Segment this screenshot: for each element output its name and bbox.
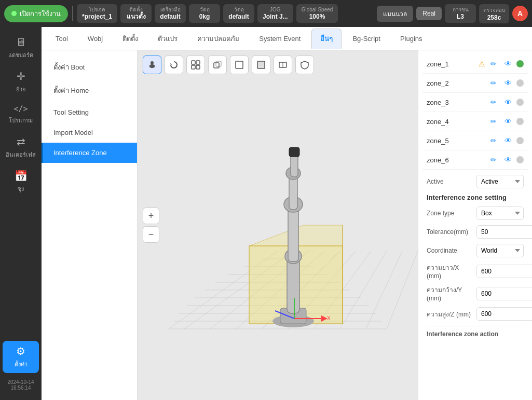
pose-value: default [228,13,249,21]
avatar[interactable]: A [512,6,528,21]
inner: ตั้งค่า Boot ตั้งค่า Home Tool Setting I… [42,50,532,400]
zoom-in-btn[interactable]: + [143,208,159,224]
svg-rect-45 [291,155,298,177]
zone-toggle-6[interactable] [516,156,524,163]
zone-toggle-5[interactable] [516,137,524,144]
tool-robot-view[interactable] [143,56,161,74]
zoom-controls: + − [143,208,159,243]
project-segment: โปรเจค *project_1 [77,4,117,23]
sidebar-item-settings[interactable]: ⚙ ตั้งค่า [3,341,39,373]
zone-view-btn-2[interactable]: 👁 [502,77,514,89]
tab-plugins[interactable]: Plugins [391,30,431,47]
svg-rect-39 [287,256,299,313]
open-btn[interactable]: เปิดการใช้งาน [4,5,68,22]
svg-rect-4 [192,61,195,64]
menu-home[interactable]: ตั้งค่า Home [42,79,137,102]
active-label: Active [427,178,473,185]
zone-view-btn-3[interactable]: 👁 [502,96,514,108]
svg-rect-9 [216,61,221,66]
z-input[interactable] [476,307,532,321]
tool-segment: เครื่องมือ default [155,4,186,23]
tab-wobj[interactable]: Wobj [79,30,112,47]
zone-view-btn-5[interactable]: 👁 [502,134,514,147]
svg-rect-2 [149,65,151,67]
sidebar-item-log[interactable]: 📅 ซุง [3,165,39,198]
tool-grid[interactable] [186,56,205,74]
tool-front-view[interactable] [230,56,249,74]
x-row: ความยาว/X (mm) [427,263,524,280]
active-row: Active Active Inactive [427,175,524,188]
zone-edit-btn-2[interactable]: ✏ [487,77,500,89]
svg-rect-46 [289,147,299,157]
menu-boot[interactable]: ตั้งค่า Boot [42,56,137,79]
menu-import-model[interactable]: Import Model [42,122,137,143]
weight-label: วัตถุ [200,6,210,13]
zone-row-2: zone_2 ✏ 👁 [422,74,528,93]
zone-edit-btn-5[interactable]: ✏ [487,134,500,147]
tab-bg-script[interactable]: Bg-Script [344,30,389,47]
z-label: ความสูง/Z (mm) [427,309,473,319]
zone-name-1: zone_1 [427,60,476,68]
speed-segment: Global Speed 100% [296,4,338,23]
zone-edit-btn-4[interactable]: ✏ [487,115,500,128]
tab-system-event[interactable]: System Event [250,30,309,47]
camera-label: การชน [453,6,469,13]
sidebar-item-move[interactable]: ✛ ย้าย [3,66,39,98]
sidebar-label-settings: ตั้งค่า [15,360,28,369]
sidebar-item-dashboard[interactable]: 🖥 แดชบอร์ด [3,32,39,64]
pose-label: วัตถุ [234,6,244,13]
sidebar-label-interface: อินเดอร์เฟส [6,150,36,159]
tab-variable[interactable]: ตัวแปร [149,29,186,49]
coordinate-select[interactable]: World Base Tool [476,244,524,257]
move-icon: ✛ [17,70,25,82]
jog-label: JOG [270,6,281,13]
zone-edit-btn-3[interactable]: ✏ [487,96,500,108]
zone-type-row: Zone type Box Sphere Cylinder [427,206,524,220]
zone-type-select[interactable]: Box Sphere Cylinder [476,206,524,220]
tool-shield[interactable] [295,56,314,74]
tolerance-input[interactable] [476,225,532,239]
tool-side-view[interactable] [252,56,270,74]
zone-view-btn-1[interactable]: 👁 [502,58,514,70]
sidebar-item-program[interactable]: </> โปรแกรม [3,100,39,129]
zone-toggle-4[interactable] [516,118,524,125]
weight-value: 0kg [199,13,210,21]
active-select[interactable]: Active Inactive [476,175,524,188]
zone-row-4: zone_4 ✏ 👁 [422,112,528,131]
tab-other[interactable]: อื่นๆ [311,29,342,49]
manual-btn[interactable]: แมนนวล [377,6,413,22]
real-btn[interactable]: Real [416,7,442,20]
zone-view-btn-4[interactable]: 👁 [502,115,514,128]
tabbar: Tool Wobj ติดตั้ง ตัวแปร ความปลอดภัย Sys… [42,27,532,50]
sidebar-item-interface[interactable]: ⇄ อินเดอร์เฟส [3,131,39,163]
tool-box-view[interactable] [208,56,227,74]
tool-top-view[interactable] [274,56,292,74]
zone-row-6: zone_6 ✏ 👁 [422,150,528,170]
tab-safety[interactable]: ความปลอดภัย [188,29,248,49]
y-input[interactable] [476,287,532,300]
warning-icon-1: ⚠ [479,60,485,68]
config-label: ติดตั้ง [129,6,143,13]
menu-tool-setting[interactable]: Tool Setting [42,102,137,122]
jog-segment: JOG Joint J... [257,4,293,23]
tab-tool[interactable]: Tool [47,30,77,47]
zone-edit-btn-1[interactable]: ✏ [487,58,500,70]
jog-value: Joint J... [263,13,288,21]
x-input[interactable] [476,265,532,278]
zone-toggle-3[interactable] [516,99,524,106]
sidebar: 🖥 แดชบอร์ด ✛ ย้าย </> โปรแกรม ⇄ อินเดอร์… [0,27,42,400]
tab-install[interactable]: ติดตั้ง [114,29,147,49]
svg-rect-6 [192,65,195,69]
zone-toggle-1[interactable] [516,60,524,67]
svg-line-32 [366,251,402,329]
tool-value: default [160,13,180,21]
zone-toggle-2[interactable] [516,79,524,87]
zone-edit-btn-6[interactable]: ✏ [487,154,500,166]
zoom-out-btn[interactable]: − [143,226,159,243]
menu-interference-zone[interactable]: Interference Zone [42,143,137,163]
sidebar-label-program: โปรแกรม [9,116,33,125]
zone-view-btn-6[interactable]: 👁 [502,154,514,166]
svg-rect-41 [288,204,298,261]
tool-rotate[interactable] [165,56,183,74]
project-label: โปรเจค [89,6,105,13]
